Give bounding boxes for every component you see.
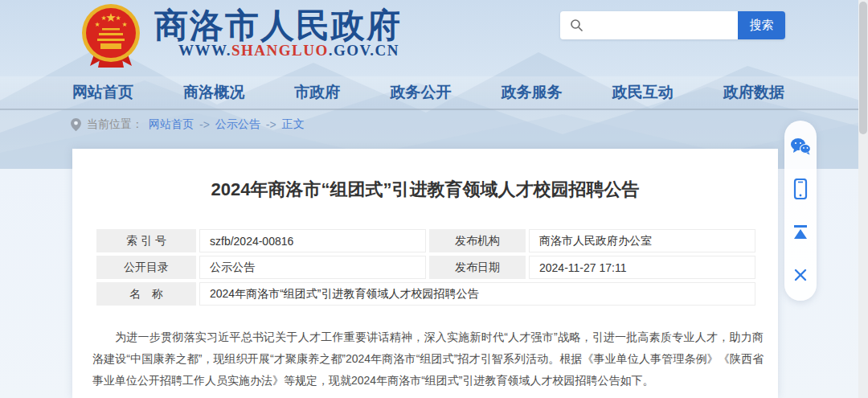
site-url-www: WWW. — [178, 42, 231, 59]
nav-item-home[interactable]: 网站首页 — [72, 82, 133, 103]
meta-catalog-label: 公开目录 — [96, 256, 196, 279]
scrollbar-track[interactable] — [858, 0, 868, 398]
svg-text:★: ★ — [94, 21, 100, 28]
nav-item-interaction[interactable]: 政民互动 — [612, 82, 674, 103]
breadcrumb-prefix: 当前位置： — [87, 117, 143, 132]
mobile-version-button[interactable] — [784, 171, 817, 207]
site-url: WWW.SHANGLUO.GOV.CN — [178, 42, 399, 59]
svg-text:★: ★ — [121, 21, 127, 28]
wechat-share-button[interactable] — [784, 129, 817, 164]
meta-row-2: 公开目录 公示公告 发布日期 2024-11-27 17:11 — [96, 256, 755, 279]
floating-tool-strip — [784, 121, 817, 301]
scrollbar-thumb[interactable] — [859, 2, 867, 134]
national-emblem-logo[interactable]: ★ ★ ★ ★ ★ — [79, 3, 143, 68]
nav-item-overview[interactable]: 商洛概况 — [183, 82, 244, 103]
breadcrumb-link-current[interactable]: 正文 — [282, 117, 305, 132]
article-meta-table: 索 引 号 szfb/2024-00816 发布机构 商洛市人民政府办公室 公开… — [93, 226, 759, 309]
site-url-suffix: .GOV.CN — [329, 42, 399, 59]
nav-item-data[interactable]: 政府数据 — [723, 82, 784, 103]
mobile-phone-icon — [793, 178, 808, 199]
meta-name-value: 2024年商洛市“组团式”引进教育领域人才校园招聘公告 — [199, 282, 755, 306]
meta-name-label: 名 称 — [96, 282, 196, 306]
meta-row-1: 索 引 号 szfb/2024-00816 发布机构 商洛市人民政府办公室 — [96, 229, 755, 252]
meta-date-value: 2024-11-27 17:11 — [529, 256, 755, 279]
nav-item-government[interactable]: 市政府 — [294, 82, 340, 103]
meta-org-value: 商洛市人民政府办公室 — [529, 229, 755, 252]
meta-row-3: 名 称 2024年商洛市“组团式”引进教育领域人才校园招聘公告 — [96, 282, 755, 306]
close-icon — [793, 268, 808, 282]
main-navigation: 网站首页 商洛概况 市政府 政务公开 政务服务 政民互动 政府数据 — [0, 76, 868, 110]
breadcrumb-separator: -> — [199, 118, 210, 131]
search-input[interactable] — [560, 11, 738, 39]
wechat-icon — [790, 137, 811, 155]
article-body-paragraph: 为进一步贯彻落实习近平总书记关于人才工作重要讲话精神，深入实施新时代“人才强市”… — [92, 326, 764, 392]
site-url-domain: SHANGLUO — [231, 42, 329, 59]
meta-index-value: szfb/2024-00816 — [199, 229, 426, 252]
meta-org-label: 发布机构 — [429, 229, 526, 252]
location-pin-icon — [71, 118, 81, 131]
meta-date-label: 发布日期 — [429, 256, 526, 279]
breadcrumb: 当前位置： 网站首页 -> 公示公告 -> 正文 — [71, 117, 305, 132]
article-title: 2024年商洛市“组团式”引进教育领域人才校园招聘公告 — [72, 178, 778, 202]
meta-index-label: 索 引 号 — [96, 229, 196, 252]
article-card: 2024年商洛市“组团式”引进教育领域人才校园招聘公告 索 引 号 szfb/2… — [72, 149, 778, 398]
page-root: ★ ★ ★ ★ ★ 商洛市人民政府 WWW.SHANGLUO.GOV.CN 搜索… — [0, 0, 868, 398]
close-toolbar-button[interactable] — [784, 257, 817, 293]
breadcrumb-link-home[interactable]: 网站首页 — [149, 117, 194, 132]
back-to-top-icon — [792, 224, 809, 240]
back-to-top-button[interactable] — [784, 215, 817, 250]
svg-text:★: ★ — [115, 14, 121, 22]
nav-item-public-affairs[interactable]: 政务公开 — [390, 82, 451, 103]
svg-text:★: ★ — [100, 14, 106, 22]
nav-item-services[interactable]: 政务服务 — [502, 82, 563, 103]
breadcrumb-separator: -> — [266, 118, 276, 131]
meta-catalog-value: 公示公告 — [199, 256, 426, 279]
breadcrumb-link-notices[interactable]: 公示公告 — [215, 117, 260, 132]
search-bar: 搜索 — [560, 11, 785, 39]
search-button[interactable]: 搜索 — [738, 11, 785, 39]
